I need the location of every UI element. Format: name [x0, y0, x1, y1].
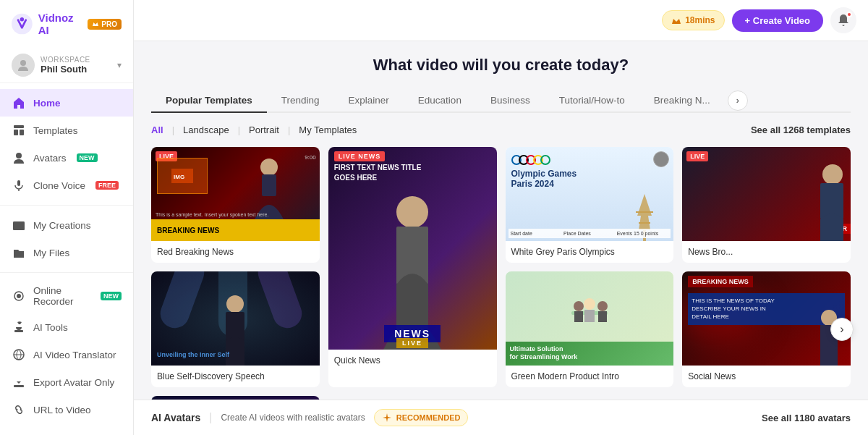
template-card-8[interactable]: NE Weekly New... [151, 396, 320, 400]
sidebar-item-avatars[interactable]: Avatars NEW [0, 144, 133, 172]
tabs-container: Popular Templates Trending Explainer Edu… [151, 89, 851, 113]
folder-icon [12, 245, 26, 260]
small-avatar [653, 151, 669, 167]
anchor-silhouette [240, 154, 298, 219]
template-thumb-7: BREAKING NEWS THIS IS THE NEWS OF TODAYD… [682, 271, 851, 366]
filter-all[interactable]: All [151, 124, 163, 135]
tab-explainer[interactable]: Explainer [334, 89, 404, 113]
create-video-button[interactable]: + Create Video [732, 9, 823, 32]
sidebar-item-clone-voice[interactable]: Clone Voice FREE [0, 172, 133, 199]
template-title-2: Quick News [328, 350, 497, 371]
template-card-7[interactable]: BREAKING NEWS THIS IS THE NEWS OF TODAYD… [682, 271, 851, 387]
template-title-5: Blue Self-Discovery Speech [151, 366, 320, 387]
svg-rect-11 [13, 221, 14, 230]
ai-avatars-left: AI Avatars | Create AI videos with reali… [151, 409, 468, 426]
product-intro-text: Ultimate Solutionfor Streamlining Work [510, 345, 670, 362]
svg-point-3 [20, 60, 26, 66]
filter-my-templates[interactable]: My Templates [299, 124, 357, 135]
sparkle-icon [382, 413, 392, 423]
avatars-new-badge: NEW [77, 153, 98, 162]
tab-business[interactable]: Business [476, 89, 545, 113]
template-card-2[interactable]: LIVE NEWS FIRST TEXT NEWS TITLEGOES HERE [328, 147, 497, 387]
olympic-rings [511, 153, 555, 167]
svg-point-39 [597, 301, 608, 311]
tab-breaking[interactable]: Breaking N... [639, 89, 725, 113]
workspace-name: Phil South [41, 64, 111, 75]
page-title: What video will you create today? [151, 56, 851, 75]
sidebar-item-my-creations[interactable]: My Creations [0, 211, 133, 239]
ai-avatars-see-all[interactable]: See all 1180 avatars [762, 413, 851, 423]
svg-rect-15 [14, 330, 23, 332]
svg-point-34 [226, 295, 244, 313]
meeting-scene [561, 286, 618, 329]
tab-tutorial[interactable]: Tutorial/How-to [545, 89, 639, 113]
filter-portrait[interactable]: Portrait [249, 124, 279, 135]
film-icon [12, 218, 26, 232]
sidebar-item-online-recorder[interactable]: Online Recorder NEW [0, 279, 133, 313]
anchor-4 [800, 161, 851, 241]
svg-point-14 [17, 294, 21, 298]
svg-rect-12 [23, 221, 25, 230]
tab-education[interactable]: Education [404, 89, 476, 113]
speech-subtitle: Unveiling the Inner Self [157, 351, 229, 358]
svg-point-7 [16, 153, 22, 159]
tab-popular-templates[interactable]: Popular Templates [151, 89, 267, 113]
live-badge-4: LIVE [686, 151, 708, 161]
svg-rect-8 [17, 180, 20, 186]
home-icon [12, 96, 26, 110]
nav-divider-2 [0, 272, 133, 273]
news-title-overlay: FIRST TEXT NEWS TITLEGOES HERE [334, 163, 422, 183]
notification-button[interactable] [830, 7, 856, 33]
template-card-1[interactable]: LIVE BREAKING NEWS IMG [151, 147, 320, 263]
svg-rect-4 [14, 125, 24, 128]
create-btn-label: + Create Video [745, 15, 810, 26]
svg-rect-42 [598, 311, 607, 322]
svg-rect-22 [262, 174, 276, 196]
svg-marker-2 [93, 22, 98, 26]
svg-rect-35 [226, 312, 244, 341]
sidebar-item-url-to-video-label: URL to Video [33, 405, 91, 415]
ai-avatars-desc: Create AI videos with realistic avatars [221, 413, 365, 423]
grid-next-button[interactable]: › [830, 318, 854, 341]
template-thumb-6: Jinkin [506, 271, 674, 366]
olympics-title: Olympic GamesParis 2024 [511, 169, 577, 189]
template-card-6[interactable]: Jinkin [506, 271, 674, 387]
nav-divider-1 [0, 205, 133, 206]
tools-icon [12, 320, 26, 334]
recommended-badge: RECOMMENDED [374, 409, 469, 426]
template-title-4: News Bro... [682, 241, 851, 263]
sidebar-item-ai-video-translator[interactable]: AI Video Translator [0, 341, 133, 368]
template-thumb-1: LIVE BREAKING NEWS IMG [151, 147, 320, 241]
tab-trending[interactable]: Trending [267, 89, 334, 113]
filter-links: All | Landscape | Portrait | My Template… [151, 124, 357, 135]
sidebar-item-url-to-video[interactable]: URL to Video [0, 396, 133, 423]
template-card-5[interactable]: Unveiling the Inner Self Blue Self-Disco… [151, 271, 320, 387]
svg-point-38 [584, 298, 595, 310]
template-thumb-8: NE [151, 396, 320, 400]
live-news-badge: LIVE NEWS [334, 151, 386, 161]
avatar-icon [12, 151, 26, 165]
workspace-label: WORKSPACE [41, 56, 111, 64]
time-label: 18mins [685, 15, 715, 25]
template-card-4[interactable]: LIVE BR News Bro... [682, 147, 851, 263]
template-thumb-3: Olympic GamesParis 2024 [506, 147, 674, 241]
sidebar-item-export-avatar[interactable]: Export Avatar Only [0, 368, 133, 396]
sidebar-item-clone-voice-label: Clone Voice [33, 180, 85, 191]
workspace-section[interactable]: WORKSPACE Phil South ▾ [0, 48, 133, 83]
ai-avatars-title: AI Avatars [151, 412, 200, 423]
filter-landscape[interactable]: Landscape [183, 124, 229, 135]
sidebar-item-export-avatar-label: Export Avatar Only [33, 377, 114, 388]
see-all-count[interactable]: See all 1268 templates [751, 124, 851, 135]
template-card-3[interactable]: Olympic GamesParis 2024 [506, 147, 674, 263]
record-icon [12, 289, 26, 303]
sidebar-item-templates[interactable]: Templates [0, 117, 133, 144]
tab-scroll-right-button[interactable]: › [728, 90, 748, 111]
sidebar-item-my-files[interactable]: My Files [0, 239, 133, 266]
workspace-info: WORKSPACE Phil South [41, 56, 111, 75]
sidebar-item-home[interactable]: Home [0, 89, 133, 117]
template-thumb-2: LIVE NEWS FIRST TEXT NEWS TITLEGOES HERE [328, 147, 497, 350]
svg-marker-18 [672, 19, 681, 24]
sidebar-item-ai-tools[interactable]: AI Tools [0, 313, 133, 341]
top-bar: 18mins + Create Video [134, 0, 868, 41]
recorder-new-badge: NEW [101, 292, 122, 300]
